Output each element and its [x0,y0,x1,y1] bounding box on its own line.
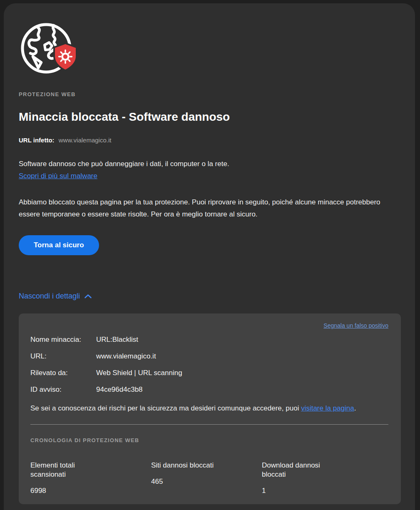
block-page-card: PROTEZIONE WEB Minaccia bloccata - Softw… [4,3,415,510]
malware-info-link[interactable]: Scopri di più sul malware [19,172,97,180]
detail-value: Web Shield | URL scanning [96,369,388,377]
details-toggle[interactable]: Nascondi i dettagli [19,292,92,301]
detail-value: URL:Blacklist [96,336,388,344]
stat-value: 1 [262,487,335,495]
panel-divider [30,424,388,425]
stat-label: Download dannosi bloccati [262,461,335,479]
malware-shield-icon [52,42,79,72]
detail-rows: Nome minaccia: URL:Blacklist URL: www.vi… [30,336,388,394]
detail-row-url: URL: www.vialemagico.it [30,352,388,361]
stat-value: 6998 [30,487,151,495]
details-toggle-label: Nascondi i dettagli [19,292,80,301]
infected-url-value: www.vialemagico.it [59,137,112,144]
back-to-safety-button[interactable]: Torna al sicuro [19,235,99,255]
report-row: Segnala un falso positivo [30,322,388,329]
detail-label: URL: [30,352,96,361]
block-message: Abbiamo bloccato questa pagina per la tu… [19,196,401,220]
history-heading: CRONOLOGIA DI PROTEZIONE WEB [30,437,388,443]
page-title: Minaccia bloccata - Software dannoso [19,110,401,124]
report-false-positive-link[interactable]: Segnala un falso positivo [323,322,388,329]
protection-stats: Elementi totali scansionati 6998 Siti da… [30,461,388,495]
stat-label: Siti dannosi bloccati [151,461,224,470]
risk-text-before: Se sei a conoscenza dei rischi per la si… [30,404,301,412]
detail-label: ID avviso: [30,386,96,394]
stat-total-scanned: Elementi totali scansionati 6998 [30,461,151,495]
visit-page-anyway-link[interactable]: visitare la pagina [301,404,354,412]
stat-label: Elementi totali scansionati [30,461,103,479]
detail-value: www.vialemagico.it [96,352,388,361]
details-panel: Segnala un falso positivo Nome minaccia:… [19,313,401,504]
detail-row-alert-id: ID avviso: 94ce96d4c3b8 [30,386,388,394]
chevron-up-icon [84,294,92,299]
globe-malware-icon [19,21,79,77]
risk-text-after: . [354,404,356,412]
stat-value: 465 [151,478,262,486]
infected-url-label: URL infetto: [19,137,55,144]
infected-url-line: URL infetto: www.vialemagico.it [19,137,401,144]
detail-label: Rilevato da: [30,369,96,377]
stat-sites-blocked: Siti dannosi bloccati 465 [151,461,262,495]
detail-row-detected-by: Rilevato da: Web Shield | URL scanning [30,369,388,377]
stat-downloads-blocked: Download dannosi bloccati 1 [262,461,335,495]
threat-description-text: Software dannoso che può danneggiare i d… [19,158,401,170]
risk-acknowledgement-text: Se sei a conoscenza dei rischi per la si… [30,402,388,414]
threat-description: Software dannoso che può danneggiare i d… [19,158,401,182]
detail-row-threat-name: Nome minaccia: URL:Blacklist [30,336,388,344]
detail-value: 94ce96d4c3b8 [96,386,388,394]
detail-label: Nome minaccia: [30,336,96,344]
section-kicker: PROTEZIONE WEB [19,91,401,97]
